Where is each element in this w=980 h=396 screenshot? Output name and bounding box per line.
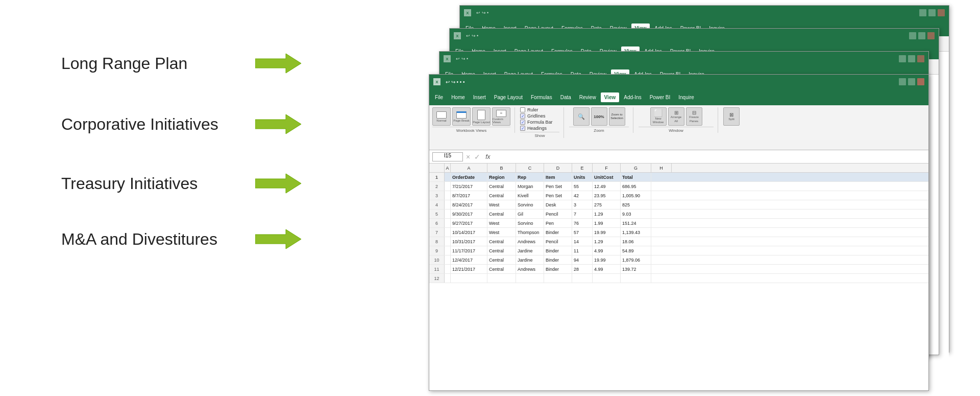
cell-5-g[interactable]: 1.29 bbox=[593, 209, 621, 218]
cell-1-d[interactable]: Rep bbox=[516, 173, 544, 181]
arrange-all-btn[interactable]: ⊞ ArrangeAll bbox=[668, 107, 684, 126]
cell-8-c[interactable]: Central bbox=[487, 237, 516, 246]
cell-10-a[interactable] bbox=[445, 255, 451, 264]
cell-9-h[interactable]: 54.89 bbox=[621, 246, 651, 255]
name-box-4[interactable]: I15 bbox=[432, 152, 463, 161]
cell-7-f[interactable]: 57 bbox=[572, 228, 593, 237]
cell-12-e[interactable] bbox=[544, 274, 572, 283]
cell-8-h[interactable]: 18.06 bbox=[621, 237, 651, 246]
formulabar-checkbox[interactable]: ✓ bbox=[520, 120, 525, 125]
headings-option[interactable]: ✓ Headings bbox=[520, 126, 559, 131]
minimize-btn-3[interactable] bbox=[899, 55, 906, 62]
cell-10-h[interactable]: 1,879.06 bbox=[621, 255, 651, 264]
cell-4-a[interactable] bbox=[445, 200, 451, 209]
cell-10-b[interactable]: 12/4/2017 bbox=[451, 255, 487, 264]
cell-5-d[interactable]: Gil bbox=[516, 209, 544, 218]
cell-5-a[interactable] bbox=[445, 209, 451, 218]
cell-4-b[interactable]: 8/24/2017 bbox=[451, 200, 487, 209]
cell-1-b[interactable]: OrderDate bbox=[451, 173, 487, 181]
cell-7-d[interactable]: Thompson bbox=[516, 228, 544, 237]
cell-9-f[interactable]: 11 bbox=[572, 246, 593, 255]
cell-9-e[interactable]: Binder bbox=[544, 246, 572, 255]
zoom-selection-btn[interactable]: Zoom toSelection bbox=[609, 107, 625, 126]
cell-6-b[interactable]: 9/27/2017 bbox=[451, 219, 487, 227]
cell-6-h[interactable]: 151.24 bbox=[621, 219, 651, 227]
cell-3-e[interactable]: Pen Set bbox=[544, 191, 572, 200]
cell-12-g[interactable] bbox=[593, 274, 621, 283]
cell-1-a[interactable] bbox=[445, 173, 451, 181]
cell-10-d[interactable]: Jardine bbox=[516, 255, 544, 264]
cell-8-b[interactable]: 10/31/2017 bbox=[451, 237, 487, 246]
tab-pagelayout-4[interactable]: Page Layout bbox=[491, 92, 526, 102]
maximize-btn-3[interactable] bbox=[908, 55, 915, 62]
cell-11-d[interactable]: Andrews bbox=[516, 265, 544, 273]
cell-8-e[interactable]: Pencil bbox=[544, 237, 572, 246]
cell-7-e[interactable]: Binder bbox=[544, 228, 572, 237]
cell-11-f[interactable]: 28 bbox=[572, 265, 593, 273]
freeze-panes-btn[interactable]: ⊟ FreezePanes bbox=[686, 107, 702, 126]
cell-11-e[interactable]: Binder bbox=[544, 265, 572, 273]
ruler-checkbox[interactable] bbox=[520, 107, 525, 112]
cell-10-g[interactable]: 19.99 bbox=[593, 255, 621, 264]
cell-9-a[interactable] bbox=[445, 246, 451, 255]
cell-1-c[interactable]: Region bbox=[487, 173, 516, 181]
cell-6-a[interactable] bbox=[445, 219, 451, 227]
cell-11-a[interactable] bbox=[445, 265, 451, 273]
cell-9-b[interactable]: 11/17/2017 bbox=[451, 246, 487, 255]
cell-2-c[interactable]: Central bbox=[487, 182, 516, 191]
custom-views-btn[interactable]: ≡ Custom Views bbox=[492, 107, 510, 126]
cell-11-c[interactable]: Central bbox=[487, 265, 516, 273]
cell-9-c[interactable]: Central bbox=[487, 246, 516, 255]
split-btn[interactable]: ⊠ Split bbox=[723, 107, 740, 126]
minimize-btn-4[interactable] bbox=[899, 78, 906, 85]
cell-12-a[interactable] bbox=[445, 274, 451, 283]
cell-12-d[interactable] bbox=[516, 274, 544, 283]
cell-2-f[interactable]: 55 bbox=[572, 182, 593, 191]
cell-4-f[interactable]: 3 bbox=[572, 200, 593, 209]
ruler-option[interactable]: Ruler bbox=[520, 107, 559, 112]
cell-4-h[interactable]: 825 bbox=[621, 200, 651, 209]
cell-3-h[interactable]: 1,005.90 bbox=[621, 191, 651, 200]
minimize-btn-1[interactable] bbox=[919, 9, 926, 16]
cell-4-e[interactable]: Desk bbox=[544, 200, 572, 209]
excel-window-4[interactable]: X ↩ ↪ • • • File Home Insert Page Layout… bbox=[429, 74, 929, 391]
cell-2-h[interactable]: 686.95 bbox=[621, 182, 651, 191]
tab-powerbi-4[interactable]: Power BI bbox=[646, 92, 674, 102]
cell-12-c[interactable] bbox=[487, 274, 516, 283]
page-layout-btn[interactable]: Page Layout bbox=[472, 107, 491, 126]
close-btn-3[interactable] bbox=[917, 55, 924, 62]
headings-checkbox[interactable]: ✓ bbox=[520, 126, 525, 131]
cell-2-a[interactable] bbox=[445, 182, 451, 191]
cell-10-e[interactable]: Binder bbox=[544, 255, 572, 264]
cell-11-g[interactable]: 4.99 bbox=[593, 265, 621, 273]
tab-inquire-4[interactable]: Inquire bbox=[675, 92, 698, 102]
maximize-btn-1[interactable] bbox=[928, 9, 936, 16]
cell-3-c[interactable]: Central bbox=[487, 191, 516, 200]
cell-3-f[interactable]: 42 bbox=[572, 191, 593, 200]
cell-1-f[interactable]: Units bbox=[572, 173, 593, 181]
cell-6-f[interactable]: 76 bbox=[572, 219, 593, 227]
cell-5-e[interactable]: Pencil bbox=[544, 209, 572, 218]
tab-formulas-4[interactable]: Formulas bbox=[527, 92, 556, 102]
cell-10-f[interactable]: 94 bbox=[572, 255, 593, 264]
tab-file-4[interactable]: File bbox=[431, 92, 447, 102]
zoom-btn[interactable]: 🔍 bbox=[573, 107, 590, 126]
page-break-btn[interactable]: Page Break bbox=[452, 107, 471, 126]
cell-7-g[interactable]: 19.99 bbox=[593, 228, 621, 237]
tab-insert-4[interactable]: Insert bbox=[470, 92, 489, 102]
cell-1-h[interactable]: Total bbox=[621, 173, 651, 181]
tab-review-4[interactable]: Review bbox=[576, 92, 600, 102]
cell-11-h[interactable]: 139.72 bbox=[621, 265, 651, 273]
tab-view-4[interactable]: View bbox=[601, 92, 620, 102]
cell-5-c[interactable]: Central bbox=[487, 209, 516, 218]
cell-2-g[interactable]: 12.49 bbox=[593, 182, 621, 191]
cell-10-c[interactable]: Central bbox=[487, 255, 516, 264]
cell-8-g[interactable]: 1.29 bbox=[593, 237, 621, 246]
cell-7-c[interactable]: West bbox=[487, 228, 516, 237]
formulabar-option[interactable]: ✓ Formula Bar bbox=[520, 120, 559, 125]
zoom-100-btn[interactable]: 100% bbox=[591, 107, 607, 126]
tab-data-4[interactable]: Data bbox=[557, 92, 575, 102]
cell-2-b[interactable]: 7/21/2017 bbox=[451, 182, 487, 191]
gridlines-option[interactable]: ✓ Gridlines bbox=[520, 113, 559, 119]
cell-12-h[interactable] bbox=[621, 274, 651, 283]
